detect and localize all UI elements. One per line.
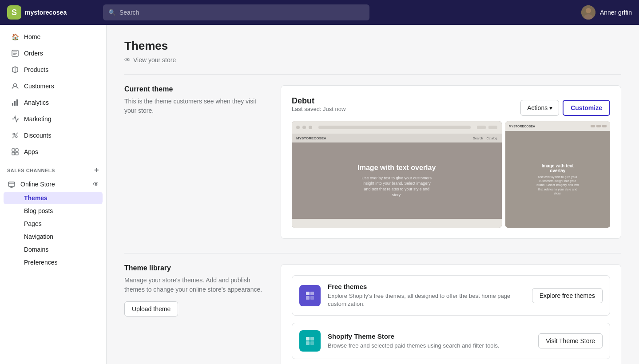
sidebar-sub-navigation[interactable]: Navigation bbox=[4, 230, 103, 243]
theme-card-header: Debut Last saved: Just now Actions ▾ Cus… bbox=[292, 96, 610, 119]
sidebar-label-marketing: Marketing bbox=[24, 115, 51, 123]
svg-rect-24 bbox=[306, 292, 310, 295]
view-store-label: View your store bbox=[133, 56, 176, 63]
sidebar-sub-preferences[interactable]: Preferences bbox=[4, 256, 103, 269]
sidebar-sub-themes[interactable]: Themes bbox=[4, 192, 103, 204]
preview-dot-3 bbox=[309, 126, 312, 129]
sidebar-label-discounts: Discounts bbox=[24, 132, 51, 139]
svg-rect-30 bbox=[306, 341, 310, 345]
sidebar-label-customers: Customers bbox=[24, 83, 54, 90]
preview-dot-1 bbox=[296, 126, 300, 129]
upload-theme-label: Upload theme bbox=[132, 305, 171, 313]
avatar bbox=[581, 5, 595, 20]
sidebar-nav-marketing[interactable]: Marketing bbox=[4, 111, 103, 127]
theme-name: Debut bbox=[292, 96, 345, 106]
preview-secondary: MYSTORECOSEA Image with textoverlay Use … bbox=[505, 121, 610, 228]
theme-store-title: Shopify Theme Store bbox=[328, 332, 500, 340]
current-theme-desc: Current theme This is the theme customer… bbox=[124, 85, 266, 115]
sidebar-nav-discounts[interactable]: Discounts bbox=[4, 127, 103, 143]
theme-actions: Actions ▾ Customize bbox=[520, 100, 610, 116]
chevron-down-icon: ▾ bbox=[549, 104, 552, 111]
svg-rect-11 bbox=[16, 99, 18, 106]
user-menu[interactable]: Anner grffin bbox=[581, 5, 632, 20]
preview-secondary-hero: Image with textoverlay Use overlay text … bbox=[505, 131, 610, 228]
discounts-icon bbox=[11, 131, 20, 140]
preview-secondary-sub: Use overlay text to give your customers … bbox=[536, 175, 580, 195]
main-content: Themes 👁 View your store Current theme T… bbox=[107, 25, 639, 364]
free-themes-title: Free themes bbox=[328, 283, 525, 290]
sidebar-nav-products[interactable]: Products bbox=[4, 62, 103, 78]
online-store-icon bbox=[7, 180, 16, 189]
svg-rect-10 bbox=[14, 101, 16, 106]
free-themes-desc: Explore Shopify's free themes, all desig… bbox=[328, 292, 525, 308]
sidebar-sub-domains[interactable]: Domains bbox=[4, 243, 103, 256]
svg-rect-19 bbox=[8, 182, 15, 186]
svg-rect-18 bbox=[16, 152, 18, 155]
theme-store-option: Shopify Theme Store Browse free and sele… bbox=[292, 323, 610, 359]
preview-secondary-nav: MYSTORECOSEA bbox=[505, 121, 610, 131]
sidebar-nav-apps[interactable]: Apps bbox=[4, 144, 103, 160]
sidebar-label-home: Home bbox=[24, 33, 40, 40]
visit-theme-store-button[interactable]: Visit Theme Store bbox=[538, 333, 603, 348]
customize-button[interactable]: Customize bbox=[563, 100, 610, 116]
theme-store-icon bbox=[299, 330, 321, 352]
preview-secondary-text: Image with textoverlay bbox=[542, 163, 574, 173]
svg-rect-17 bbox=[12, 152, 15, 155]
free-themes-text: Free themes Explore Shopify's free theme… bbox=[328, 283, 525, 308]
home-icon: 🏠 bbox=[11, 32, 20, 41]
theme-preview: MYSTORECOSEA Search Catalog Image with t… bbox=[292, 121, 610, 228]
sidebar-nav-customers[interactable]: Customers bbox=[4, 78, 103, 94]
theme-library-heading: Theme library bbox=[124, 264, 266, 272]
apps-icon bbox=[11, 147, 20, 156]
marketing-icon bbox=[11, 115, 20, 123]
sidebar-nav-home[interactable]: 🏠 Home bbox=[4, 29, 103, 45]
brand-logo[interactable]: S mystorecosea bbox=[7, 5, 96, 20]
theme-store-left: Shopify Theme Store Browse free and sele… bbox=[299, 330, 500, 352]
store-name: mystorecosea bbox=[25, 9, 67, 16]
sidebar-nav-analytics[interactable]: Analytics bbox=[4, 95, 103, 111]
eye-large-icon: 👁 bbox=[124, 56, 131, 63]
visit-theme-store-label: Visit Theme Store bbox=[546, 337, 595, 344]
sidebar-label-orders: Orders bbox=[24, 50, 43, 57]
svg-rect-15 bbox=[12, 149, 15, 151]
online-store-label: Online Store bbox=[20, 181, 55, 188]
view-store-link[interactable]: 👁 View your store bbox=[124, 56, 621, 63]
eye-icon[interactable]: 👁 bbox=[93, 181, 99, 188]
actions-button[interactable]: Actions ▾ bbox=[520, 100, 559, 116]
current-theme-section: Current theme This is the theme customer… bbox=[124, 85, 621, 239]
add-channel-icon[interactable]: + bbox=[94, 166, 99, 175]
search-input[interactable] bbox=[119, 9, 364, 16]
preview-hero-sub: Use overlay text to give your customers … bbox=[361, 175, 432, 198]
preview-nav: MYSTORECOSEA Search Catalog bbox=[292, 134, 502, 142]
search-icon: 🔍 bbox=[108, 9, 116, 16]
sales-channels-label: SALES CHANNELS + bbox=[0, 160, 106, 177]
upload-theme-button[interactable]: Upload theme bbox=[124, 301, 178, 317]
svg-point-12 bbox=[13, 133, 15, 135]
sidebar-sub-pages[interactable]: Pages bbox=[4, 218, 103, 230]
svg-point-13 bbox=[16, 136, 17, 138]
current-theme-heading: Current theme bbox=[124, 85, 266, 93]
theme-store-text: Shopify Theme Store Browse free and sele… bbox=[328, 332, 500, 350]
theme-library-section: Theme library Manage your store's themes… bbox=[124, 264, 621, 364]
app-layout: 🏠 Home Orders Products Customers bbox=[0, 25, 639, 364]
preview-hero-text: Image with text overlay bbox=[357, 164, 436, 172]
current-theme-card: Debut Last saved: Just now Actions ▾ Cus… bbox=[281, 85, 621, 239]
library-options: Free themes Explore Shopify's free theme… bbox=[292, 275, 610, 359]
explore-free-themes-button[interactable]: Explore free themes bbox=[532, 288, 603, 303]
preview-bottom-bar bbox=[292, 219, 502, 228]
explore-free-themes-label: Explore free themes bbox=[540, 292, 595, 299]
theme-library-card: Free themes Explore Shopify's free theme… bbox=[281, 264, 621, 364]
free-themes-icon bbox=[299, 285, 321, 306]
theme-library-desc: Theme library Manage your store's themes… bbox=[124, 264, 266, 317]
products-icon bbox=[11, 65, 20, 74]
sidebar-sub-blog-posts[interactable]: Blog posts bbox=[4, 205, 103, 217]
preview-main: MYSTORECOSEA Search Catalog Image with t… bbox=[292, 121, 502, 228]
sidebar-nav-orders[interactable]: Orders bbox=[4, 45, 103, 61]
preview-address-bar bbox=[318, 126, 471, 129]
online-store-row[interactable]: Online Store 👁 bbox=[4, 177, 103, 191]
sidebar-label-apps: Apps bbox=[24, 148, 38, 155]
search-bar[interactable]: 🔍 bbox=[103, 4, 369, 20]
section-divider bbox=[124, 74, 621, 75]
preview-dot-2 bbox=[302, 126, 306, 129]
library-divider bbox=[124, 253, 621, 253]
